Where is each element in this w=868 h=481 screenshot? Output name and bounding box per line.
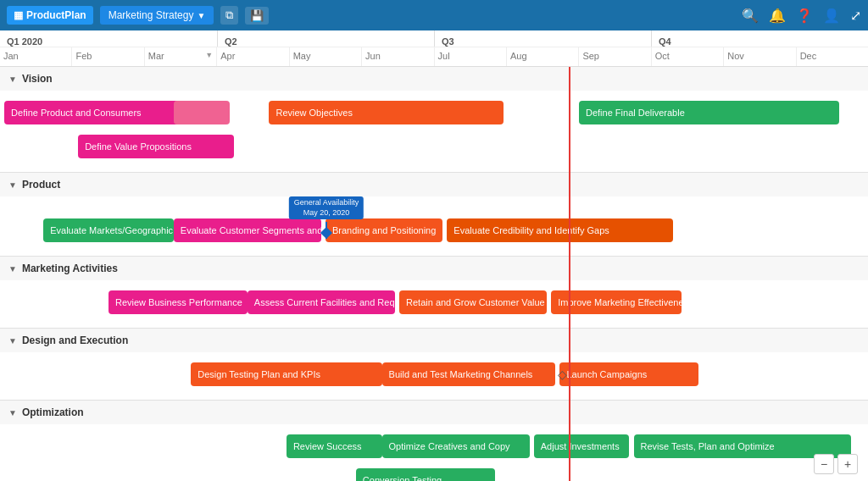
vision-row-1: Define Product and Consumers Review Obje… — [0, 97, 868, 128]
month-mar: Mar ▼ — [144, 47, 216, 66]
product-rows: General AvailabilityMay 20, 2020 Evaluat… — [0, 196, 868, 256]
optimization-row-2: Conversion Testing — [0, 465, 868, 481]
help-icon[interactable]: ❓ — [796, 8, 813, 24]
quarter-q1: Q1 2020 — [0, 30, 217, 47]
bar-review-objectives[interactable]: Review Objectives — [269, 101, 503, 124]
logo-icon: ▦ — [14, 9, 23, 21]
month-nov: Nov — [723, 47, 795, 66]
marketing-label: Marketing Activities — [22, 263, 118, 274]
copy-button[interactable]: ⧉ — [220, 6, 238, 25]
gantt-body: ReleaseSep 3, 2020 ▼ Vision Define Produ… — [0, 67, 868, 481]
marketing-collapse-icon: ▼ — [8, 264, 17, 274]
expand-icon[interactable]: ⤢ — [850, 8, 861, 24]
milestone-container: General AvailabilityMay 20, 2020 — [326, 196, 327, 213]
section-optimization-header[interactable]: ▼ Optimization — [0, 401, 868, 424]
quarter-q4: Q4 — [651, 30, 868, 47]
zoom-in-button[interactable]: + — [837, 454, 858, 474]
product-row-1: Evaluate Markets/Geographic Regions Eval… — [0, 215, 868, 246]
month-may: May — [289, 47, 361, 66]
optimization-row-1: Review Success Optimize Creatives and Co… — [0, 431, 868, 462]
bar-define-value[interactable]: Define Value Propositions — [78, 135, 234, 158]
design-label: Design and Execution — [22, 334, 128, 346]
optimization-rows: Review Success Optimize Creatives and Co… — [0, 424, 868, 481]
topbar: ▦ ProductPlan Marketing Strategy ▼ ⧉ 💾 🔍… — [0, 0, 868, 30]
milestone-small-icon: ◇ — [558, 368, 567, 381]
month-jun: Jun — [361, 47, 433, 66]
timeline-header: Q1 2020 Q2 Q3 Q4 Jan Feb Mar ▼ Apr May J… — [0, 30, 868, 67]
plan-title-bar[interactable]: Marketing Strategy ▼ — [100, 6, 214, 25]
optimization-label: Optimization — [22, 406, 84, 418]
quarter-q2: Q2 — [217, 30, 434, 47]
section-marketing-header[interactable]: ▼ Marketing Activities — [0, 257, 868, 280]
section-design: ▼ Design and Execution Design Testing Pl… — [0, 329, 868, 401]
section-product: ▼ Product General AvailabilityMay 20, 20… — [0, 173, 868, 257]
app-name: ProductPlan — [26, 9, 86, 21]
save-button[interactable]: 💾 — [245, 7, 269, 25]
bar-launch-campaigns[interactable]: Launch Campaigns — [559, 362, 698, 386]
zoom-out-button[interactable]: − — [814, 454, 834, 474]
month-row: Jan Feb Mar ▼ Apr May Jun Jul Aug Sep Oc… — [0, 47, 868, 66]
bar-build-test[interactable]: Build and Test Marketing Channels — [382, 362, 556, 386]
quarter-q3: Q3 — [434, 30, 651, 47]
design-collapse-icon: ▼ — [8, 336, 17, 346]
today-line — [569, 67, 570, 481]
bar-define-product-ext[interactable] — [174, 101, 231, 124]
search-icon[interactable]: 🔍 — [742, 8, 759, 24]
milestone-label: General AvailabilityMay 20, 2020 — [289, 196, 364, 219]
marketing-row-1: Review Business Performance Assess Curre… — [0, 287, 868, 318]
q1-label: Q1 2020 — [3, 34, 42, 47]
optimization-collapse-icon: ▼ — [8, 408, 17, 417]
bar-adjust-investments[interactable]: Adjust Investments — [534, 434, 630, 458]
bar-review-business[interactable]: Review Business Performance — [108, 290, 248, 314]
section-product-header[interactable]: ▼ Product — [0, 173, 868, 196]
month-feb: Feb — [71, 47, 143, 66]
q2-label: Q2 — [221, 34, 237, 47]
bar-evaluate-credibility[interactable]: Evaluate Credibility and Identify Gaps — [447, 218, 672, 242]
app-logo[interactable]: ▦ ProductPlan — [7, 6, 93, 25]
section-marketing: ▼ Marketing Activities Review Business P… — [0, 257, 868, 329]
month-sep: Sep — [578, 47, 650, 66]
bar-review-success[interactable]: Review Success — [287, 434, 382, 458]
marketing-rows: Review Business Performance Assess Curre… — [0, 280, 868, 328]
user-icon[interactable]: 👤 — [823, 8, 840, 24]
product-label: Product — [22, 179, 60, 191]
main-content: Q1 2020 Q2 Q3 Q4 Jan Feb Mar ▼ Apr May J… — [0, 30, 868, 481]
design-row-1: Design Testing Plan and KPIs Build and T… — [0, 359, 868, 390]
bar-conversion-testing[interactable]: Conversion Testing — [356, 468, 495, 481]
vision-collapse-icon: ▼ — [8, 75, 17, 84]
section-vision: ▼ Vision Define Product and Consumers Re… — [0, 67, 868, 173]
section-design-header[interactable]: ▼ Design and Execution — [0, 329, 868, 352]
bar-evaluate-customers[interactable]: Evaluate Customer Segments and Needs — [174, 218, 321, 242]
dropdown-icon: ▼ — [197, 11, 205, 20]
vision-label: Vision — [22, 73, 53, 85]
plan-title-text: Marketing Strategy — [108, 9, 194, 21]
zoom-controls: − + — [814, 454, 858, 474]
bell-icon[interactable]: 🔔 — [769, 8, 786, 24]
quarter-row: Q1 2020 Q2 Q3 Q4 — [0, 30, 868, 47]
q4-label: Q4 — [655, 34, 671, 47]
bar-define-final[interactable]: Define Final Deliverable — [579, 101, 839, 124]
month-oct: Oct — [651, 47, 723, 66]
vision-row-2: Define Value Propositions — [0, 131, 868, 162]
month-jan: Jan — [0, 47, 71, 66]
bar-retain-grow[interactable]: Retain and Grow Customer Value — [399, 290, 547, 314]
topbar-right-icons: 🔍 🔔 ❓ 👤 ⤢ — [742, 8, 861, 24]
bar-design-testing[interactable]: Design Testing Plan and KPIs — [191, 362, 381, 386]
month-jul: Jul — [434, 47, 506, 66]
bar-branding[interactable]: Branding and Positioning — [326, 218, 442, 242]
design-rows: Design Testing Plan and KPIs Build and T… — [0, 352, 868, 400]
section-vision-header[interactable]: ▼ Vision — [0, 67, 868, 91]
month-aug: Aug — [506, 47, 578, 66]
bar-optimize-creatives[interactable]: Optimize Creatives and Copy — [382, 434, 530, 458]
bar-improve-marketing[interactable]: Improve Marketing Effectiveness — [551, 290, 682, 314]
bar-assess-facilities[interactable]: Assess Current Facilities and Required I… — [248, 290, 395, 314]
vision-rows: Define Product and Consumers Review Obje… — [0, 91, 868, 172]
product-collapse-icon: ▼ — [8, 180, 17, 190]
section-optimization: ▼ Optimization Review Success Optimize C… — [0, 401, 868, 481]
month-apr: Apr — [216, 47, 288, 66]
month-dec: Dec — [796, 47, 868, 66]
q3-label: Q3 — [438, 34, 454, 47]
bar-evaluate-markets[interactable]: Evaluate Markets/Geographic Regions — [43, 218, 174, 242]
